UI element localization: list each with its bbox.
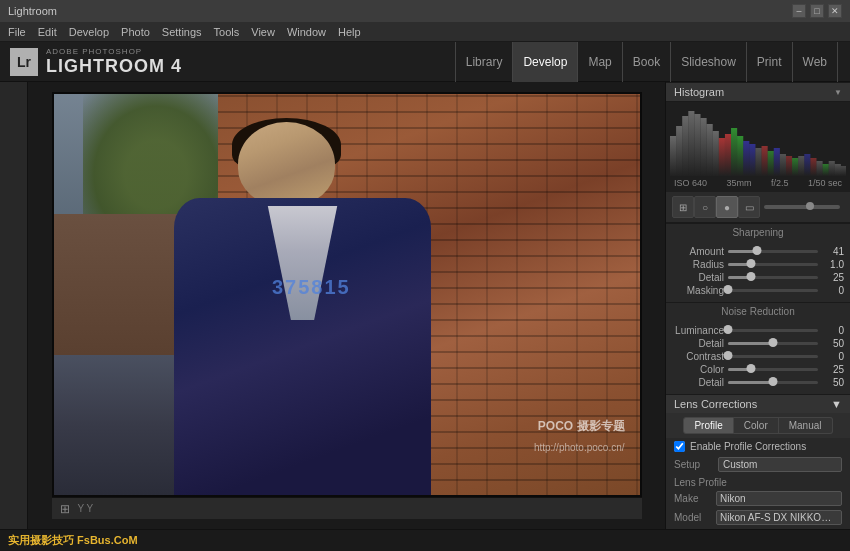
watermark-url: http://photo.poco.cn/ xyxy=(534,442,625,453)
noise-contrast-value: 0 xyxy=(822,351,844,362)
svg-rect-8 xyxy=(719,138,725,176)
person xyxy=(141,114,463,495)
sharpening-masking-track[interactable] xyxy=(728,289,818,292)
menu-item-tools[interactable]: Tools xyxy=(214,26,240,38)
svg-rect-0 xyxy=(670,136,676,176)
svg-rect-26 xyxy=(829,161,835,176)
nav-tab-develop[interactable]: Develop xyxy=(513,42,578,82)
menu-item-file[interactable]: File xyxy=(8,26,26,38)
iso-value: ISO 640 xyxy=(674,178,707,188)
focal-value: 35mm xyxy=(727,178,752,188)
nav-tab-slideshow[interactable]: Slideshow xyxy=(671,42,747,82)
menu-item-photo[interactable]: Photo xyxy=(121,26,150,38)
noise-luminance-track[interactable] xyxy=(728,329,818,332)
right-panel[interactable]: Histogram ▼ xyxy=(665,82,850,529)
svg-rect-22 xyxy=(804,154,810,176)
enable-profile-label: Enable Profile Corrections xyxy=(690,441,806,452)
nav-tab-book[interactable]: Book xyxy=(623,42,671,82)
minimize-button[interactable]: – xyxy=(792,4,806,18)
histogram-info: ISO 640 35mm f/2.5 1/50 sec xyxy=(670,176,846,190)
nav-tab-print[interactable]: Print xyxy=(747,42,793,82)
lens-tab-profile[interactable]: Profile xyxy=(683,417,733,434)
lens-make-label: Make xyxy=(674,493,712,504)
svg-rect-13 xyxy=(749,144,755,176)
sharpening-amount-track[interactable] xyxy=(728,250,818,253)
sharpening-radius-label: Radius xyxy=(672,259,724,270)
lens-corrections-arrow: ▼ xyxy=(831,398,842,410)
sharpening-detail-track[interactable] xyxy=(728,276,818,279)
noise-luminance-label: Luminance xyxy=(672,325,724,336)
lens-corrections-header[interactable]: Lens Corrections ▼ xyxy=(666,394,850,413)
noise-luminance-value: 0 xyxy=(822,325,844,336)
sharpening-detail-value: 25 xyxy=(822,272,844,283)
enable-profile-row: Enable Profile Corrections xyxy=(666,438,850,455)
view-mode-icon: ⊞ xyxy=(60,502,70,516)
noise-color-track[interactable] xyxy=(728,368,818,371)
nav-tab-map[interactable]: Map xyxy=(578,42,622,82)
lens-make-row: Make Nikon xyxy=(666,489,850,508)
lens-tab-manual[interactable]: Manual xyxy=(779,417,833,434)
svg-rect-17 xyxy=(774,148,780,176)
lens-corrections-label: Lens Corrections xyxy=(674,398,757,410)
menu-bar: FileEditDevelopPhotoSettingsToolsViewWin… xyxy=(0,22,850,42)
nav-tab-web[interactable]: Web xyxy=(793,42,838,82)
titlebar: Lightroom – □ ✕ xyxy=(0,0,850,22)
redeye-tool[interactable]: ● xyxy=(716,196,738,218)
sharpening-masking-row: Masking 0 xyxy=(672,285,844,296)
menu-item-help[interactable]: Help xyxy=(338,26,361,38)
image-area: 375815 POCO 摄影专题 http://photo.poco.cn/ ⊞… xyxy=(28,82,665,529)
watermark-brand: POCO 摄影专题 xyxy=(538,418,625,435)
histogram-canvas xyxy=(670,106,846,176)
menu-item-develop[interactable]: Develop xyxy=(69,26,109,38)
crop-tool[interactable]: ⊞ xyxy=(672,196,694,218)
menu-item-settings[interactable]: Settings xyxy=(162,26,202,38)
lens-make-select[interactable]: Nikon xyxy=(716,491,842,506)
app-subtitle: ADOBE PHOTOSHOP xyxy=(46,47,182,56)
svg-rect-2 xyxy=(682,116,688,176)
maximize-button[interactable]: □ xyxy=(810,4,824,18)
svg-rect-12 xyxy=(743,141,749,176)
close-button[interactable]: ✕ xyxy=(828,4,842,18)
menu-item-edit[interactable]: Edit xyxy=(38,26,57,38)
nav-tab-library[interactable]: Library xyxy=(455,42,514,82)
noise-detail2-value: 50 xyxy=(822,377,844,388)
lens-tabs: Profile Color Manual xyxy=(666,413,850,438)
sharpening-radius-track[interactable] xyxy=(728,263,818,266)
svg-rect-11 xyxy=(737,136,743,176)
svg-rect-27 xyxy=(835,164,841,176)
nav-tabs: LibraryDevelopMapBookSlideshowPrintWeb xyxy=(455,42,838,82)
sharpening-radius-value: 1.0 xyxy=(822,259,844,270)
menu-item-view[interactable]: View xyxy=(251,26,275,38)
svg-rect-3 xyxy=(688,111,694,176)
lens-model-label: Model xyxy=(674,512,712,523)
window-controls: – □ ✕ xyxy=(792,4,842,18)
tool-slider[interactable] xyxy=(764,205,840,209)
sharpening-amount-label: Amount xyxy=(672,246,724,257)
setup-value[interactable]: Custom xyxy=(718,457,842,472)
histogram-header[interactable]: Histogram ▼ xyxy=(666,82,850,102)
app-title-area: ADOBE PHOTOSHOP LIGHTROOM 4 xyxy=(46,47,182,77)
enable-profile-checkbox[interactable] xyxy=(674,441,685,452)
histogram-label: Histogram xyxy=(674,86,724,98)
noise-detail-track[interactable] xyxy=(728,342,818,345)
content-area: 375815 POCO 摄影专题 http://photo.poco.cn/ ⊞… xyxy=(0,82,850,529)
noise-color-row: Color 25 xyxy=(672,364,844,375)
watermark-code: 375815 xyxy=(272,275,351,298)
histogram-svg xyxy=(670,106,846,176)
noise-contrast-track[interactable] xyxy=(728,355,818,358)
zoom-value: Y Y xyxy=(78,503,94,514)
svg-rect-21 xyxy=(798,156,804,176)
histogram-area: ISO 640 35mm f/2.5 1/50 sec xyxy=(666,102,850,192)
lens-tab-color[interactable]: Color xyxy=(734,417,779,434)
noise-luminance-row: Luminance 0 xyxy=(672,325,844,336)
spot-tool[interactable]: ○ xyxy=(694,196,716,218)
gradient-tool[interactable]: ▭ xyxy=(738,196,760,218)
menu-item-window[interactable]: Window xyxy=(287,26,326,38)
person-head xyxy=(238,122,335,206)
svg-rect-16 xyxy=(768,151,774,176)
noise-contrast-row: Contrast 0 xyxy=(672,351,844,362)
svg-rect-6 xyxy=(707,124,713,176)
noise-detail2-track[interactable] xyxy=(728,381,818,384)
lens-model-select[interactable]: Nikon AF-S DX NIKKOR 35mm... xyxy=(716,510,842,525)
page-bottom-bar: 实用摄影技巧 FsBus.CoM xyxy=(0,529,850,551)
